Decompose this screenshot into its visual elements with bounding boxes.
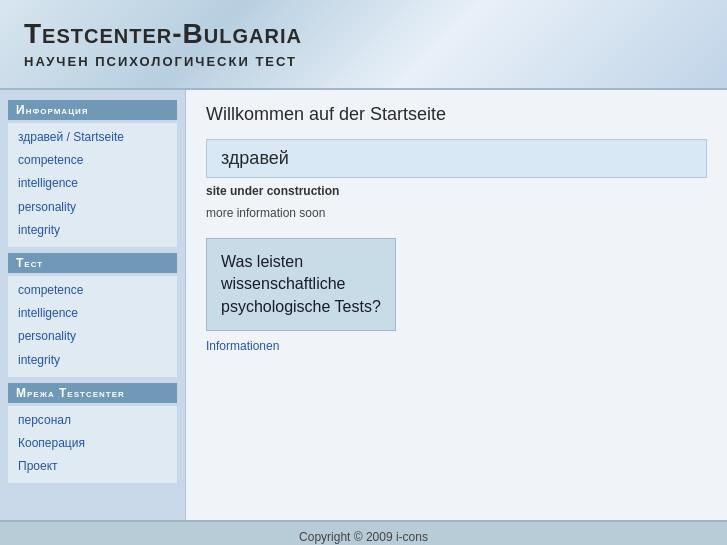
informationen-text[interactable]: Informationen bbox=[206, 339, 707, 353]
sidebar-links-mrezha: персонал Кооперация Проект bbox=[8, 406, 177, 484]
sidebar-link-integrity-2[interactable]: integrity bbox=[8, 349, 177, 372]
sidebar-link-kooperacia[interactable]: Кооперация bbox=[8, 432, 177, 455]
content-area: Willkommen auf der Startseite здравей si… bbox=[185, 90, 727, 520]
sidebar-link-zdrave[interactable]: здравей / Startseite bbox=[8, 126, 177, 149]
header: Testcenter-Bulgaria Научен Психологическ… bbox=[0, 0, 727, 90]
zdrave-box: здравей bbox=[206, 139, 707, 178]
sidebar-link-personal[interactable]: персонал bbox=[8, 409, 177, 432]
sidebar-links-test: competence intelligence personality inte… bbox=[8, 276, 177, 377]
sidebar-section-informacia: Информация bbox=[8, 100, 177, 120]
sidebar-link-competence-2[interactable]: competence bbox=[8, 279, 177, 302]
was-leisten-text: Was leisten wissenschaftliche psychologi… bbox=[221, 251, 381, 318]
copyright-text: Copyright © 2009 i-cons bbox=[299, 530, 428, 544]
sidebar-link-personality-2[interactable]: personality bbox=[8, 325, 177, 348]
under-construction-text: site under construction bbox=[206, 184, 707, 198]
sidebar-links-informacia: здравей / Startseite competence intellig… bbox=[8, 123, 177, 247]
main-wrapper: Информация здравей / Startseite competen… bbox=[0, 90, 727, 520]
site-title: Testcenter-Bulgaria bbox=[24, 18, 703, 50]
zdrave-label: здравей bbox=[221, 148, 289, 168]
footer: Copyright © 2009 i-cons bbox=[0, 520, 727, 545]
welcome-title: Willkommen auf der Startseite bbox=[206, 104, 707, 125]
sidebar-link-competence-1[interactable]: competence bbox=[8, 149, 177, 172]
sidebar-link-intelligence-1[interactable]: intelligence bbox=[8, 172, 177, 195]
sidebar-link-personality-1[interactable]: personality bbox=[8, 196, 177, 219]
sidebar-section-mrezha: Мрежа Testcenter bbox=[8, 383, 177, 403]
sidebar: Информация здравей / Startseite competen… bbox=[0, 90, 185, 520]
was-leisten-box: Was leisten wissenschaftliche psychologi… bbox=[206, 238, 396, 331]
sidebar-link-proekt[interactable]: Проект bbox=[8, 455, 177, 478]
sidebar-link-intelligence-2[interactable]: intelligence bbox=[8, 302, 177, 325]
sidebar-link-integrity-1[interactable]: integrity bbox=[8, 219, 177, 242]
sidebar-section-test: Тест bbox=[8, 253, 177, 273]
more-info-text: more information soon bbox=[206, 206, 707, 220]
site-subtitle: Научен Психологически Тест bbox=[24, 54, 703, 69]
